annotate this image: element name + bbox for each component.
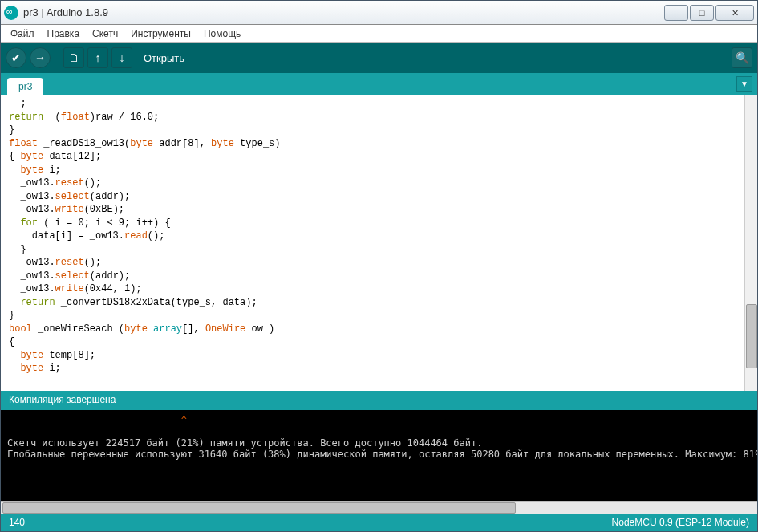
tabs-dropdown-button[interactable]: ▼ <box>736 76 752 92</box>
console-caret: ^ <box>7 415 187 426</box>
status-text: Компиляция завершена <box>9 394 116 405</box>
verify-button[interactable]: ✔ <box>6 47 26 68</box>
menu-help[interactable]: Помощь <box>199 26 245 41</box>
console-line-sketch: Скетч использует 224517 байт (21%) памят… <box>7 437 482 449</box>
code-content[interactable]: ; return (float)raw / 16.0; } float _rea… <box>1 95 757 377</box>
arduino-icon <box>4 6 18 20</box>
scrollbar-thumb[interactable] <box>746 304 757 368</box>
menu-edit[interactable]: Правка <box>43 26 85 41</box>
maximize-button[interactable]: □ <box>690 5 714 21</box>
open-sketch-button[interactable]: ↑ <box>87 47 108 68</box>
magnifier-icon: 🔍 <box>736 51 749 64</box>
board-indicator: NodeMCU 0.9 (ESP-12 Module) <box>612 517 749 528</box>
footer-bar: 140 NodeMCU 0.9 (ESP-12 Module) <box>1 514 757 531</box>
tab-active[interactable]: pr3 <box>7 78 43 95</box>
close-button[interactable]: ✕ <box>715 5 754 21</box>
line-number-indicator: 140 <box>9 517 25 528</box>
new-sketch-button[interactable]: 🗋 <box>63 47 84 68</box>
menu-file[interactable]: Файл <box>6 26 39 41</box>
output-console[interactable]: ^ Скетч использует 224517 байт (21%) пам… <box>1 410 757 501</box>
serial-monitor-button[interactable]: 🔍 <box>732 47 752 68</box>
menubar: Файл Правка Скетч Инструменты Помощь <box>1 25 757 43</box>
toolbar-action-label: Открыть <box>144 52 184 64</box>
upload-button[interactable]: → <box>30 47 51 68</box>
app-window: pr3 | Arduino 1.8.9 — □ ✕ Файл Правка Ск… <box>0 0 758 532</box>
menu-tools[interactable]: Инструменты <box>126 26 196 41</box>
tab-strip: pr3 ▼ <box>1 73 757 95</box>
toolbar: ✔ → 🗋 ↑ ↓ Открыть 🔍 <box>1 43 757 73</box>
code-editor[interactable]: ; return (float)raw / 16.0; } float _rea… <box>1 95 757 391</box>
save-sketch-button[interactable]: ↓ <box>111 47 132 68</box>
status-bar: Компиляция завершена <box>1 391 757 410</box>
scrollbar-thumb[interactable] <box>2 502 516 514</box>
editor-scrollbar-vertical[interactable] <box>744 95 757 391</box>
console-scrollbar-horizontal[interactable] <box>1 501 757 514</box>
console-line-globals: Глобальные переменные используют 31640 б… <box>7 449 757 460</box>
window-controls: — □ ✕ <box>664 5 754 21</box>
window-title: pr3 | Arduino 1.8.9 <box>23 6 664 18</box>
minimize-button[interactable]: — <box>664 5 688 21</box>
titlebar[interactable]: pr3 | Arduino 1.8.9 — □ ✕ <box>1 1 757 25</box>
menu-sketch[interactable]: Скетч <box>87 26 123 41</box>
